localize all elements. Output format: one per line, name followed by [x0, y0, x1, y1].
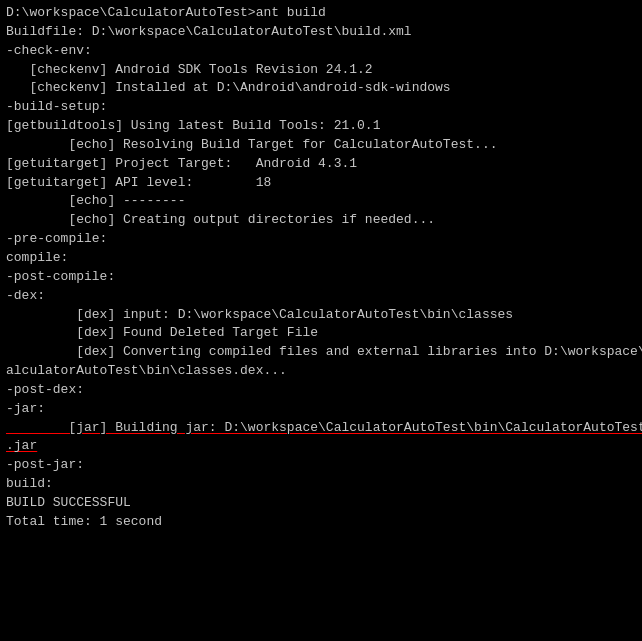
terminal-line: [getuitarget] Project Target: Android 4.… — [6, 155, 636, 174]
terminal-line: -check-env: — [6, 42, 636, 61]
terminal-line: [dex] input: D:\workspace\CalculatorAuto… — [6, 306, 636, 325]
terminal-line: BUILD SUCCESSFUL — [6, 494, 636, 513]
terminal-line: -post-compile: — [6, 268, 636, 287]
terminal-line: -dex: — [6, 287, 636, 306]
terminal-line: [jar] Building jar: D:\workspace\Calcula… — [6, 419, 636, 438]
terminal-line: [echo] Creating output directories if ne… — [6, 211, 636, 230]
terminal-line: [getuitarget] API level: 18 — [6, 174, 636, 193]
terminal-line: -pre-compile: — [6, 230, 636, 249]
terminal-line: [dex] Found Deleted Target File — [6, 324, 636, 343]
terminal-line: [echo] Resolving Build Target for Calcul… — [6, 136, 636, 155]
terminal-line: [checkenv] Installed at D:\Android\andro… — [6, 79, 636, 98]
terminal-line: compile: — [6, 249, 636, 268]
terminal-line: [checkenv] Android SDK Tools Revision 24… — [6, 61, 636, 80]
terminal-line: -build-setup: — [6, 98, 636, 117]
terminal-line: .jar — [6, 437, 636, 456]
terminal-line: -post-dex: — [6, 381, 636, 400]
terminal-line: D:\workspace\CalculatorAutoTest>ant buil… — [6, 4, 636, 23]
terminal-line: [echo] -------- — [6, 192, 636, 211]
terminal-line: alculatorAutoTest\bin\classes.dex... — [6, 362, 636, 381]
terminal-line: [dex] Converting compiled files and exte… — [6, 343, 636, 362]
terminal-line: build: — [6, 475, 636, 494]
terminal-line: -post-jar: — [6, 456, 636, 475]
terminal-line: [getbuildtools] Using latest Build Tools… — [6, 117, 636, 136]
terminal-window: D:\workspace\CalculatorAutoTest>ant buil… — [0, 0, 642, 641]
terminal-line: Buildfile: D:\workspace\CalculatorAutoTe… — [6, 23, 636, 42]
terminal-line: Total time: 1 second — [6, 513, 636, 532]
terminal-line: -jar: — [6, 400, 636, 419]
